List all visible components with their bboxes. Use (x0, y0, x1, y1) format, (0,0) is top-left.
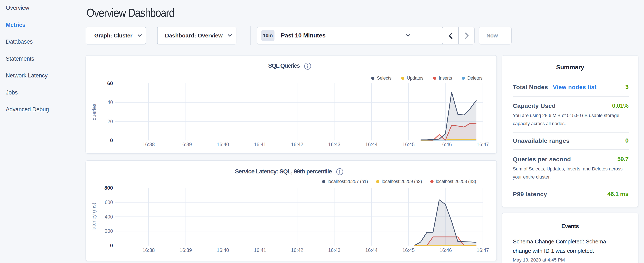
svg-text:16:44: 16:44 (365, 142, 378, 147)
svg-text:16:46: 16:46 (440, 142, 452, 147)
svg-text:200: 200 (105, 228, 113, 234)
svg-text:latency (ms): latency (ms) (91, 203, 96, 231)
svg-text:16:42: 16:42 (291, 142, 304, 147)
svg-text:16:47: 16:47 (477, 142, 489, 147)
svg-text:800: 800 (104, 185, 113, 191)
svg-text:16:42: 16:42 (291, 247, 304, 253)
svg-text:16:43: 16:43 (328, 247, 340, 253)
svg-text:16:45: 16:45 (402, 142, 415, 147)
svg-text:400: 400 (105, 214, 113, 220)
svg-text:queries: queries (91, 104, 97, 120)
svg-text:20: 20 (107, 119, 113, 124)
svg-text:16:39: 16:39 (180, 142, 192, 147)
svg-text:16:38: 16:38 (142, 247, 155, 253)
svg-text:16:47: 16:47 (477, 247, 489, 253)
svg-text:16:41: 16:41 (254, 247, 266, 253)
svg-text:16:45: 16:45 (402, 247, 415, 253)
svg-text:16:40: 16:40 (217, 142, 229, 147)
svg-text:16:38: 16:38 (142, 142, 155, 147)
svg-text:16:39: 16:39 (180, 247, 192, 253)
svg-text:0: 0 (110, 242, 113, 248)
svg-text:16:46: 16:46 (440, 247, 452, 253)
svg-text:0: 0 (110, 137, 113, 143)
svg-text:16:41: 16:41 (254, 142, 266, 147)
svg-text:40: 40 (107, 100, 113, 105)
svg-text:16:43: 16:43 (328, 142, 340, 147)
svg-text:16:44: 16:44 (365, 247, 378, 253)
svg-text:60: 60 (107, 80, 113, 86)
svg-text:600: 600 (105, 200, 113, 205)
svg-text:16:40: 16:40 (217, 247, 229, 253)
